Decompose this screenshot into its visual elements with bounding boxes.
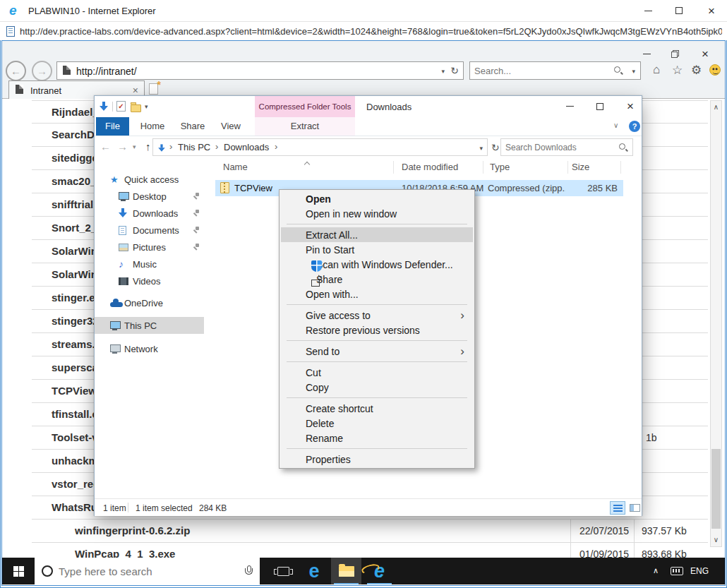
scroll-down-icon[interactable]: ∨ bbox=[711, 534, 721, 546]
column-divider[interactable] bbox=[393, 161, 394, 174]
sidebar-item-music[interactable]: ♪Music bbox=[95, 256, 208, 272]
minimize-button[interactable] bbox=[632, 0, 663, 21]
help-icon[interactable]: ? bbox=[629, 121, 640, 132]
file-link[interactable]: WinPcap_4_1_3.exe bbox=[75, 548, 175, 558]
menu-item-pin-to-start[interactable]: Pin to Start bbox=[281, 242, 473, 257]
menu-item-create-shortcut[interactable]: Create shortcut bbox=[281, 401, 473, 416]
settings-gear-icon[interactable]: ⚙ bbox=[691, 63, 702, 78]
breadcrumb-bar[interactable]: › This PC › Downloads › ▾ bbox=[152, 138, 488, 156]
close-button[interactable]: × bbox=[692, 45, 718, 62]
explorer-search-input[interactable] bbox=[501, 139, 632, 155]
file-explorer-button[interactable] bbox=[331, 558, 361, 584]
menu-item-restore-previous-versions[interactable]: Restore previous versions bbox=[281, 323, 473, 337]
qat-customize-icon[interactable]: ▾ bbox=[145, 103, 148, 110]
file-link[interactable]: winfingerprint-0.6.2.zip bbox=[75, 524, 190, 536]
refresh-icon[interactable]: ↻ bbox=[450, 65, 459, 76]
large-icons-view-button[interactable] bbox=[627, 501, 643, 515]
column-divider[interactable] bbox=[620, 161, 621, 174]
column-date-modified[interactable]: Date modified bbox=[402, 162, 458, 172]
forward-arrow-icon[interactable]: → bbox=[117, 140, 128, 152]
home-icon[interactable]: ⌂ bbox=[653, 63, 660, 77]
column-divider[interactable] bbox=[483, 161, 483, 174]
search-icon[interactable] bbox=[614, 66, 623, 76]
menu-item-extract-all[interactable]: Extract All... bbox=[281, 227, 473, 242]
address-bar[interactable]: http://intranet/ ▾ ↻ bbox=[56, 61, 464, 80]
column-name[interactable]: Name bbox=[223, 162, 248, 172]
file-link[interactable]: tfinstall.e bbox=[52, 408, 98, 420]
scrollbar-thumb[interactable] bbox=[711, 449, 721, 529]
page-scrollbar[interactable]: ∧ ∨ bbox=[710, 100, 722, 547]
internet-explorer-button[interactable]: e bbox=[364, 558, 395, 584]
file-link[interactable]: sitedigge bbox=[52, 152, 98, 164]
file-link[interactable]: Toolset-v bbox=[52, 431, 98, 443]
sidebar-item-documents[interactable]: Documents bbox=[95, 222, 208, 239]
maximize-button[interactable] bbox=[663, 0, 695, 21]
close-button[interactable]: × bbox=[696, 0, 727, 21]
menu-item-share[interactable]: Share bbox=[281, 272, 473, 287]
language-indicator[interactable]: ENG bbox=[690, 566, 709, 576]
minimize-button[interactable] bbox=[557, 97, 582, 116]
file-link[interactable]: vstor_red bbox=[52, 478, 100, 490]
menu-item-open-with[interactable]: Open with... bbox=[281, 287, 473, 301]
task-view-button[interactable] bbox=[269, 558, 297, 584]
scroll-up-icon[interactable]: ∧ bbox=[711, 101, 721, 114]
back-button[interactable]: ← bbox=[6, 61, 26, 81]
tab-close-icon[interactable]: × bbox=[133, 85, 138, 96]
breadcrumb-this-pc[interactable]: This PC bbox=[178, 142, 210, 152]
back-arrow-icon[interactable]: ← bbox=[100, 140, 111, 152]
menu-item-cut[interactable]: Cut bbox=[281, 365, 473, 380]
column-divider[interactable] bbox=[567, 161, 568, 174]
menu-item-open-in-new-window[interactable]: Open in new window bbox=[281, 206, 473, 221]
tab-share[interactable]: Share bbox=[175, 117, 210, 136]
menu-item-open[interactable]: Open bbox=[281, 191, 473, 206]
menu-item-rename[interactable]: Rename bbox=[281, 431, 473, 445]
sidebar-item-onedrive[interactable]: OneDrive bbox=[95, 294, 208, 311]
breadcrumb-chevron-icon[interactable]: › bbox=[275, 141, 277, 152]
maximize-button[interactable] bbox=[587, 97, 613, 116]
file-link[interactable]: WhatsRu bbox=[52, 501, 97, 513]
start-button[interactable] bbox=[2, 558, 35, 584]
column-size[interactable]: Size bbox=[572, 162, 589, 172]
file-link[interactable]: TCPView bbox=[52, 385, 97, 397]
tab-home[interactable]: Home bbox=[136, 117, 169, 136]
tray-chevron-icon[interactable]: ∧ bbox=[653, 566, 659, 575]
new-tab-button[interactable] bbox=[149, 83, 158, 95]
touch-keyboard-icon[interactable] bbox=[671, 567, 683, 575]
file-link[interactable]: unhackm bbox=[52, 455, 98, 467]
ribbon-collapse-icon[interactable]: ∨ bbox=[613, 121, 618, 129]
sidebar-item-quick-access[interactable]: ★Quick access bbox=[95, 171, 208, 188]
explorer-search-box[interactable] bbox=[500, 138, 633, 156]
outer-address-bar[interactable]: http://dev.practice-labs.com/device-adva… bbox=[0, 21, 727, 40]
address-url[interactable]: http://intranet/ bbox=[76, 66, 137, 77]
close-button[interactable]: × bbox=[618, 97, 643, 116]
menu-item-send-to[interactable]: Send to› bbox=[281, 344, 473, 359]
details-view-button[interactable] bbox=[610, 501, 625, 515]
refresh-icon[interactable]: ↻ bbox=[491, 142, 500, 153]
column-type[interactable]: Type bbox=[490, 162, 510, 172]
file-link[interactable]: Rijndael_ bbox=[52, 106, 99, 118]
forward-button[interactable]: → bbox=[32, 61, 52, 81]
breadcrumb-downloads[interactable]: Downloads bbox=[224, 142, 269, 152]
feedback-smiley-icon[interactable] bbox=[709, 64, 721, 76]
sidebar-item-this-pc[interactable]: This PC bbox=[95, 317, 204, 334]
menu-item-delete[interactable]: Delete bbox=[281, 416, 473, 431]
menu-item-copy[interactable]: Copy bbox=[281, 380, 473, 395]
sidebar-item-pictures[interactable]: Pictures bbox=[95, 239, 208, 256]
restore-button[interactable] bbox=[662, 45, 687, 62]
taskbar-search-input[interactable] bbox=[59, 558, 244, 584]
taskbar-search-box[interactable] bbox=[35, 558, 260, 584]
browser-search-box[interactable]: ▾ bbox=[469, 61, 641, 80]
sidebar-item-videos[interactable]: Videos bbox=[95, 272, 208, 289]
sidebar-item-downloads[interactable]: Downloads bbox=[95, 205, 208, 222]
recent-locations-icon[interactable]: ▾ bbox=[133, 143, 136, 150]
tab-extract[interactable]: Extract bbox=[255, 117, 355, 136]
menu-item-properties[interactable]: Properties bbox=[281, 452, 473, 467]
up-arrow-icon[interactable]: ↑ bbox=[145, 140, 151, 152]
address-url[interactable]: http://dev.practice-labs.com/device-adva… bbox=[20, 26, 722, 37]
search-icon[interactable] bbox=[619, 143, 628, 152]
menu-item-scan-with-windows-defender[interactable]: Scan with Windows Defender... bbox=[281, 257, 473, 272]
menu-item-give-access-to[interactable]: Give access to› bbox=[281, 308, 473, 323]
edge-button[interactable]: e bbox=[300, 558, 328, 584]
breadcrumb-chevron-icon[interactable]: › bbox=[169, 141, 172, 152]
microphone-icon[interactable] bbox=[244, 565, 253, 577]
